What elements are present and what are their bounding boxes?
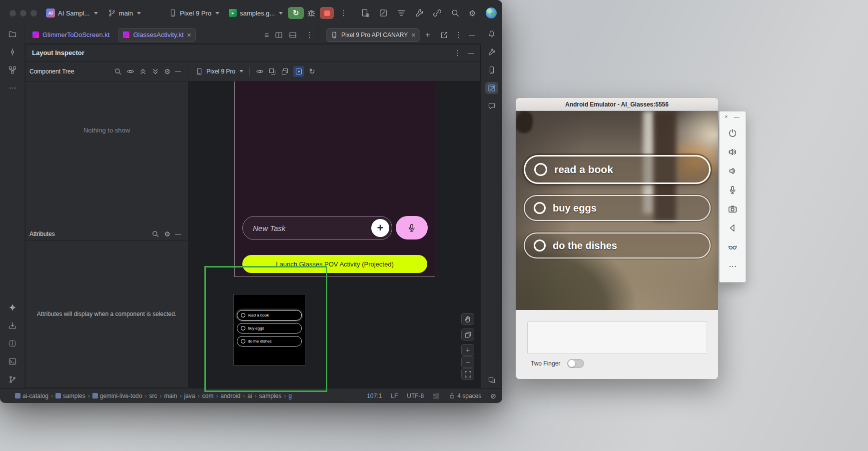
problems-tool-button[interactable]: ⓘ: [6, 338, 19, 350]
indent-widget-icon[interactable]: [433, 392, 440, 400]
vcs-branch-widget[interactable]: main: [108, 9, 141, 17]
todo-item-pill[interactable]: do the dishes: [524, 232, 711, 258]
microphone-button[interactable]: [726, 184, 739, 196]
encoding-widget[interactable]: UTF-8: [407, 392, 424, 400]
terminal-tool-button[interactable]: [6, 356, 19, 368]
close-icon[interactable]: ×: [411, 32, 415, 38]
device-mirroring-button[interactable]: [433, 8, 442, 18]
settings-button[interactable]: ⚙: [469, 8, 476, 18]
breadcrumb-item[interactable]: samples: [55, 392, 85, 400]
edit-tool-button[interactable]: [379, 8, 388, 18]
updates-tool-button[interactable]: [6, 320, 19, 332]
breadcrumb-item[interactable]: src: [149, 392, 157, 400]
zoom-fit-button[interactable]: [461, 368, 474, 380]
window-close-button[interactable]: [9, 10, 16, 16]
rerun-button[interactable]: ↻: [288, 7, 304, 19]
breadcrumb-item[interactable]: main: [164, 392, 177, 400]
inspector-device-picker[interactable]: Pixel 9 Pro: [195, 68, 243, 76]
device-explorer-button[interactable]: [485, 64, 498, 76]
window-minimize-button[interactable]: [20, 10, 26, 16]
emulator-title-bar[interactable]: Android Emulator - AI_Glasses:5556: [516, 98, 718, 111]
project-widget[interactable]: AI AI Sampl...: [46, 8, 98, 18]
breadcrumb-item[interactable]: com: [202, 392, 213, 400]
feedback-tool-button[interactable]: [485, 100, 498, 112]
gradle-tool-button[interactable]: [485, 46, 498, 58]
rendered-app-screen[interactable]: New Task + Launch Glasses POV Activity (…: [234, 82, 435, 277]
volume-up-button[interactable]: [726, 146, 739, 158]
breadcrumb-item[interactable]: g: [288, 392, 292, 400]
notifications-button[interactable]: [485, 28, 498, 40]
gear-icon[interactable]: ⚙: [164, 68, 170, 76]
more-vertical-icon[interactable]: ⋮: [454, 48, 461, 58]
line-separator-widget[interactable]: LF: [391, 392, 398, 400]
layer-mode-button[interactable]: [461, 328, 474, 340]
run-more-options[interactable]: ⋮: [340, 8, 347, 18]
hide-icon[interactable]: —: [175, 68, 181, 75]
power-button[interactable]: [726, 126, 739, 140]
device-selector-widget[interactable]: Pixel 9 Pro: [169, 9, 219, 17]
close-icon[interactable]: ×: [725, 114, 728, 120]
search-everywhere-button[interactable]: [451, 8, 460, 18]
indent-widget[interactable]: 4 spaces: [449, 392, 481, 400]
search-icon[interactable]: [114, 68, 122, 76]
window-zoom-button[interactable]: [30, 10, 37, 16]
emulator-screen[interactable]: read a book buy eggs do the dishes: [516, 111, 718, 310]
glasses-mode-button[interactable]: [726, 240, 739, 254]
live-updates-toggle[interactable]: [293, 66, 304, 77]
breadcrumb-item[interactable]: java: [184, 392, 195, 400]
component-tree-area[interactable]: Nothing to show: [25, 82, 188, 228]
device-manager-button[interactable]: [361, 8, 370, 18]
more-vertical-icon[interactable]: ⋮: [455, 30, 462, 40]
expand-all-icon[interactable]: [139, 68, 147, 76]
breadcrumb-item[interactable]: samples: [259, 392, 282, 400]
camera-button[interactable]: [726, 202, 739, 216]
close-icon[interactable]: ×: [187, 32, 191, 38]
commit-tool-button[interactable]: [6, 46, 19, 58]
profile-avatar[interactable]: [486, 8, 497, 18]
debug-button[interactable]: [307, 8, 316, 18]
more-vertical-icon[interactable]: ⋮: [306, 30, 313, 40]
running-devices-strip-button[interactable]: [485, 374, 498, 386]
zoom-out-button[interactable]: −: [461, 356, 474, 368]
layers-icon[interactable]: [281, 68, 289, 76]
gemini-tool-button[interactable]: [6, 302, 19, 314]
run-config-widget[interactable]: ▸ samples.g...: [229, 9, 283, 17]
tab-glimmertodoscreen[interactable]: GlimmerToDoScreen.kt: [28, 28, 114, 42]
zoom-in-button[interactable]: +: [461, 344, 474, 356]
running-device-tab[interactable]: Pixel 9 Pro API CANARY ×: [326, 28, 420, 42]
version-control-tool-button[interactable]: [6, 374, 19, 386]
add-device-button[interactable]: +: [425, 30, 430, 40]
inspections-widget[interactable]: ⊘: [490, 392, 496, 400]
view-options-eye-icon[interactable]: [256, 68, 264, 76]
breadcrumb-item[interactable]: gemini-live-todo: [92, 392, 142, 400]
hide-icon[interactable]: —: [175, 230, 181, 238]
eye-icon[interactable]: [126, 68, 134, 76]
app-inspection-button[interactable]: [415, 8, 424, 18]
open-in-window-icon[interactable]: [440, 31, 448, 39]
gear-icon[interactable]: ⚙: [164, 230, 170, 238]
emulator-input-box[interactable]: [527, 322, 707, 354]
editor-list-icon[interactable]: ≡: [264, 30, 269, 39]
split-editor-icon[interactable]: [275, 31, 283, 39]
back-button[interactable]: [726, 222, 739, 234]
minimize-icon[interactable]: —: [734, 114, 739, 120]
breadcrumb-item[interactable]: android: [220, 392, 240, 400]
preview-layout-icon[interactable]: [289, 31, 297, 39]
minimize-icon[interactable]: —: [469, 32, 475, 38]
volume-down-button[interactable]: [726, 164, 739, 178]
breadcrumb-item[interactable]: ai-catalog: [15, 392, 48, 400]
minimize-icon[interactable]: —: [468, 50, 474, 56]
snapshot-icon[interactable]: [268, 68, 276, 76]
refresh-icon[interactable]: ↻: [309, 67, 315, 76]
logcat-button[interactable]: [397, 8, 406, 18]
pan-mode-button[interactable]: [461, 313, 474, 325]
caret-position-widget[interactable]: 107:1: [367, 392, 382, 400]
stop-button[interactable]: [320, 7, 334, 19]
layout-inspector-tool-button[interactable]: [485, 82, 498, 94]
tab-glassesactivity[interactable]: GlassesActivity.kt ×: [118, 28, 196, 42]
breadcrumb-item[interactable]: ai: [247, 392, 252, 400]
inspector-canvas[interactable]: New Task + Launch Glasses POV Activity (…: [188, 82, 480, 388]
todo-item-pill[interactable]: read a book: [524, 155, 711, 184]
structure-tool-button[interactable]: [6, 64, 19, 76]
collapse-all-icon[interactable]: [151, 68, 159, 76]
